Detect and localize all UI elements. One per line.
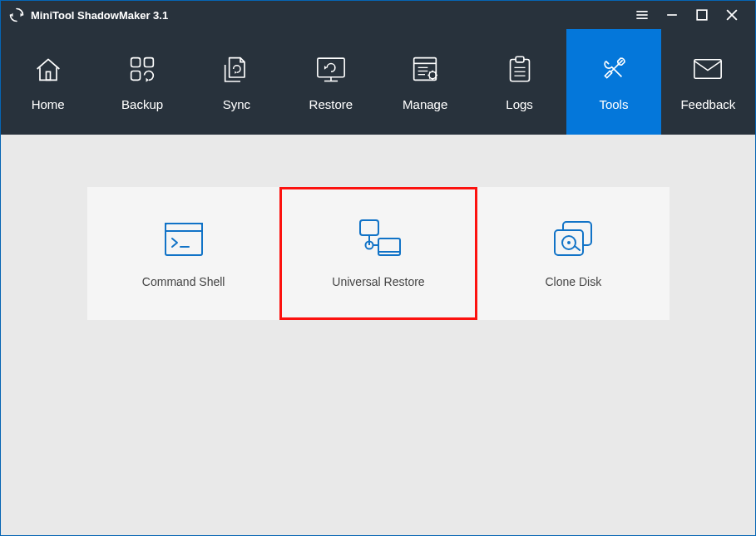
nav-label: Home bbox=[32, 97, 65, 111]
sync-icon bbox=[220, 52, 253, 86]
main-navbar: Home Backup bbox=[1, 29, 755, 135]
tool-label: Command Shell bbox=[142, 275, 225, 288]
svg-rect-11 bbox=[145, 58, 154, 67]
svg-rect-6 bbox=[697, 10, 707, 20]
manage-icon bbox=[408, 52, 442, 86]
home-icon bbox=[32, 52, 65, 86]
tools-icon bbox=[597, 52, 630, 86]
svg-line-29 bbox=[429, 72, 430, 73]
close-button[interactable] bbox=[717, 1, 747, 29]
svg-rect-10 bbox=[131, 58, 141, 67]
nav-label: Backup bbox=[121, 97, 163, 111]
app-title: MiniTool ShadowMaker 3.1 bbox=[31, 9, 168, 22]
tool-label: Universal Restore bbox=[332, 275, 424, 288]
app-logo-icon bbox=[9, 7, 24, 22]
svg-line-32 bbox=[429, 77, 430, 78]
close-icon bbox=[724, 7, 740, 23]
backup-icon bbox=[126, 52, 159, 86]
clone-disk-icon bbox=[550, 219, 596, 260]
nav-item-backup[interactable]: Backup bbox=[95, 29, 189, 135]
minimize-icon bbox=[664, 7, 680, 23]
svg-point-52 bbox=[567, 241, 571, 244]
svg-rect-9 bbox=[46, 71, 50, 80]
nav-item-home[interactable]: Home bbox=[1, 29, 95, 135]
nav-item-sync[interactable]: Sync bbox=[190, 29, 284, 135]
nav-label: Restore bbox=[309, 97, 353, 111]
nav-label: Tools bbox=[599, 97, 628, 111]
nav-label: Sync bbox=[223, 97, 250, 111]
svg-rect-43 bbox=[360, 220, 378, 235]
maximize-icon bbox=[694, 7, 710, 23]
nav-label: Manage bbox=[403, 97, 447, 111]
command-shell-icon bbox=[162, 219, 205, 260]
nav-item-manage[interactable]: Manage bbox=[378, 29, 472, 135]
nav-label: Logs bbox=[506, 97, 533, 111]
svg-rect-40 bbox=[166, 224, 202, 255]
restore-icon bbox=[314, 52, 348, 86]
nav-label: Feedback bbox=[680, 97, 735, 111]
tools-panel: Command Shell Universal Restore bbox=[87, 187, 670, 320]
maximize-button[interactable] bbox=[687, 1, 717, 29]
tool-card-command-shell[interactable]: Command Shell bbox=[87, 187, 279, 320]
logs-icon bbox=[505, 52, 535, 86]
svg-line-31 bbox=[435, 72, 436, 73]
nav-item-tools[interactable]: Tools bbox=[566, 29, 660, 135]
tool-card-clone-disk[interactable]: Clone Disk bbox=[477, 187, 670, 320]
window-controls bbox=[627, 1, 747, 29]
nav-item-feedback[interactable]: Feedback bbox=[661, 29, 755, 135]
app-window: MiniTool ShadowMaker 3.1 bbox=[0, 0, 756, 536]
hamburger-icon bbox=[634, 7, 650, 23]
svg-rect-12 bbox=[131, 71, 141, 81]
svg-rect-19 bbox=[414, 58, 437, 81]
feedback-icon bbox=[690, 52, 725, 86]
svg-marker-14 bbox=[235, 71, 238, 74]
svg-rect-38 bbox=[605, 71, 611, 77]
menu-button[interactable] bbox=[627, 1, 657, 29]
svg-marker-13 bbox=[146, 78, 149, 82]
nav-item-restore[interactable]: Restore bbox=[284, 29, 378, 135]
nav-item-logs[interactable]: Logs bbox=[472, 29, 566, 135]
svg-rect-41 bbox=[166, 224, 202, 231]
svg-rect-15 bbox=[318, 58, 344, 77]
universal-restore-icon bbox=[352, 219, 405, 260]
tool-card-universal-restore[interactable]: Universal Restore bbox=[279, 187, 477, 320]
minimize-button[interactable] bbox=[657, 1, 687, 29]
svg-line-30 bbox=[435, 77, 436, 78]
svg-rect-39 bbox=[694, 60, 721, 79]
titlebar: MiniTool ShadowMaker 3.1 bbox=[1, 1, 755, 29]
tool-label: Clone Disk bbox=[545, 275, 601, 288]
svg-rect-34 bbox=[516, 57, 524, 62]
content-area: Command Shell Universal Restore bbox=[1, 135, 755, 535]
